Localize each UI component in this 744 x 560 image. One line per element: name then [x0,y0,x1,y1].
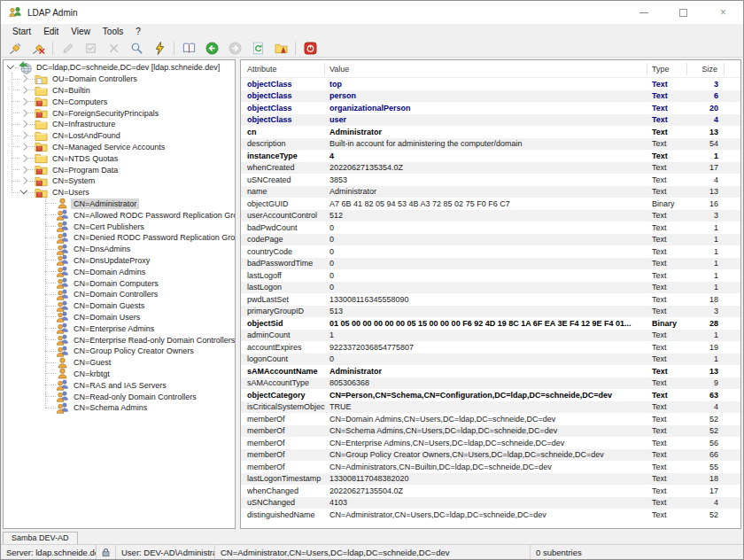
tree-item-label: CN=Allowed RODC Password Replication Gro… [71,210,236,221]
tree-item[interactable]: CN=Cert Publishers [4,221,235,232]
tab-samba-dev-ad[interactable]: Samba DEV-AD [3,532,78,544]
chevron-down-icon[interactable] [19,188,28,197]
chevron-right-icon[interactable] [19,109,28,118]
column-header-value[interactable]: Value [325,63,647,75]
attribute-row[interactable]: objectSid01 05 00 00 00 00 00 05 15 00 0… [241,317,740,330]
tree-item[interactable]: CN=Group Policy Creator Owners [4,346,235,357]
attribute-row[interactable]: instanceType4Text1 [241,150,740,162]
attribute-row[interactable]: descriptionBuilt-in account for administ… [241,138,740,151]
column-header-size[interactable]: Size [687,63,725,75]
tree-item[interactable]: CN=Read-only Domain Controllers [4,391,235,402]
tree-item[interactable]: CN=Domain Users [4,312,235,323]
attribute-row[interactable]: sAMAccountType805306368Text9 [241,377,740,390]
tree-item[interactable]: CN=Allowed RODC Password Replication Gro… [4,209,235,221]
attribute-row[interactable]: accountExpires9223372036854775807Text19 [241,341,740,354]
close-button[interactable]: × [703,1,743,24]
minimize-button[interactable] [624,1,663,24]
tree-item[interactable]: CN=Users [4,187,235,198]
attribute-row[interactable]: objectClassuserText4 [241,114,740,127]
schema-browser-button[interactable] [177,39,200,57]
attribute-row[interactable]: memberOfCN=Domain Admins,CN=Users,DC=lda… [241,413,740,425]
connect-button[interactable] [4,39,27,57]
cell-size: 9 [687,378,725,387]
attribute-row[interactable]: whenChanged20220627135504.0ZText17 [241,485,740,497]
tree-item[interactable]: CN=Guest [4,357,235,369]
edit-entry-button[interactable] [56,39,79,57]
tree-item[interactable]: CN=Administrator [4,198,235,210]
column-header-attribute[interactable]: Attribute [241,63,325,75]
chevron-right-icon[interactable] [19,143,28,152]
attribute-row[interactable]: objectClassorganizationalPersonText20 [241,102,740,114]
tree-item[interactable]: CN=RAS and IAS Servers [4,379,235,391]
attribute-row[interactable]: isCriticalSystemObjectTRUEText4 [241,401,740,414]
quick-search-button[interactable] [148,39,171,57]
maximize-button[interactable] [663,1,703,24]
refresh-button[interactable] [246,39,269,57]
properties-button[interactable] [79,39,102,57]
bookmarks-button[interactable] [269,39,292,57]
attribute-row[interactable]: primaryGroupID513Text3 [241,306,740,318]
column-header-type[interactable]: Type [647,63,687,75]
attribute-row[interactable]: objectClasspersonText6 [241,90,740,103]
menu-view[interactable]: View [65,26,97,37]
attribute-row[interactable]: lastLogon0Text1 [241,282,740,294]
disconnect-button[interactable] [27,39,50,57]
attribute-row[interactable]: objectGUIDA7 6B 41 82 05 94 53 4B A3 72 … [241,198,740,210]
attribute-row[interactable]: memberOfCN=Administrators,CN=Builtin,DC=… [241,461,740,473]
tree-item[interactable]: CN=Domain Admins [4,266,235,277]
attribute-row[interactable]: memberOfCN=Schema Admins,CN=Users,DC=lda… [241,425,740,438]
attribute-row[interactable]: countryCode0Text1 [241,245,740,258]
attribute-row[interactable]: sAMAccountNameAdministratorText13 [241,365,740,377]
chevron-right-icon[interactable] [19,97,28,106]
chevron-right-icon[interactable] [19,131,28,140]
lock-icon [101,548,111,557]
attribute-row[interactable]: badPwdCount0Text1 [241,222,740,234]
tree-item[interactable]: CN=Enterprise Admins [4,323,235,334]
attribute-row[interactable]: lastLogonTimestamp133008117048382020Text… [241,473,740,486]
attribute-row[interactable]: userAccountControl512Text3 [241,210,740,222]
search-button[interactable] [125,39,148,57]
menu-edit[interactable]: Edit [37,26,65,37]
delete-button[interactable] [102,39,125,57]
chevron-right-icon[interactable] [19,74,28,83]
attribute-row[interactable]: whenCreated20220627135354.0ZText17 [241,162,740,175]
tree-item[interactable]: CN=Denied RODC Password Replication Grou… [4,232,235,244]
chevron-right-icon[interactable] [19,120,28,128]
attribute-row[interactable]: uSNCreated3853Text4 [241,174,740,186]
attribute-row[interactable]: pwdLastSet133008116345558090Text18 [241,293,740,306]
tree-item[interactable]: CN=Domain Controllers [4,289,235,300]
tree-item[interactable]: CN=DnsAdmins [4,244,235,255]
tree-item[interactable]: CN=Enterprise Read-only Domain Controlle… [4,334,235,346]
back-button[interactable] [200,39,223,57]
attribute-row[interactable]: cnAdministratorText13 [241,126,740,138]
attribute-row[interactable]: adminCount1Text1 [241,330,740,342]
attribute-row[interactable]: lastLogoff0Text1 [241,269,740,282]
tree-item[interactable]: CN=Schema Admins [4,402,235,414]
tree-connector [45,373,56,374]
tree-item[interactable]: CN=DnsUpdateProxy [4,255,235,267]
menu-start[interactable]: Start [6,26,37,37]
tree-item[interactable]: CN=Domain Computers [4,277,235,289]
attribute-row[interactable]: logonCount0Text1 [241,354,740,366]
attribute-row[interactable]: memberOfCN=Enterprise Admins,CN=Users,DC… [241,437,740,449]
attribute-row[interactable]: objectCategoryCN=Person,CN=Schema,CN=Con… [241,389,740,401]
attribute-row[interactable]: badPasswordTime0Text1 [241,258,740,270]
cell-value: TRUE [325,402,647,411]
menu-help[interactable]: ? [129,26,147,37]
chevron-right-icon[interactable] [19,86,28,95]
forward-button[interactable] [223,39,246,57]
attribute-row[interactable]: objectClasstopText3 [241,78,740,90]
attribute-row[interactable]: nameAdministratorText13 [241,186,740,198]
chevron-right-icon[interactable] [19,166,28,175]
menu-tools[interactable]: Tools [97,26,129,37]
exit-button[interactable] [298,39,322,57]
attribute-row[interactable]: uSNChanged4103Text4 [241,497,740,509]
chevron-down-icon[interactable] [6,63,15,72]
tree-item[interactable]: CN=Domain Guests [4,300,235,312]
chevron-right-icon[interactable] [19,154,28,163]
attribute-row[interactable]: distinguishedNameCN=Administrator,CN=Use… [241,509,740,521]
attribute-row[interactable]: codePage0Text1 [241,234,740,246]
chevron-right-icon[interactable] [19,176,28,185]
tree-item[interactable]: CN=krbtgt [4,369,235,380]
attribute-row[interactable]: memberOfCN=Group Policy Creator Owners,C… [241,449,740,462]
